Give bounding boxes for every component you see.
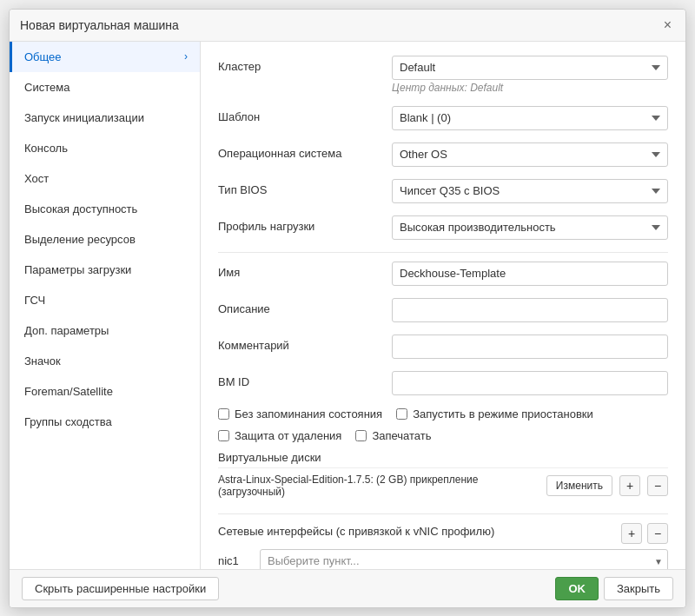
- add-nic-button[interactable]: +: [621, 523, 642, 544]
- sidebar-item-resources[interactable]: Выделение ресурсов: [10, 224, 200, 255]
- start-paused-label: Запустить в режиме приостановки: [413, 407, 593, 421]
- delete-protection-checkbox-item: Защита от удаления: [218, 429, 341, 442]
- sidebar-item-foreman[interactable]: Foreman/Satellite: [10, 376, 200, 407]
- sidebar-label-init: Запуск инициализации: [24, 111, 144, 124]
- template-label: Шаблон: [218, 106, 392, 123]
- sidebar-label-system: Система: [24, 81, 70, 94]
- os-label: Операционная система: [218, 142, 392, 160]
- cluster-select[interactable]: Default: [392, 56, 668, 80]
- sidebar-label-icon: Значок: [24, 354, 61, 368]
- description-input[interactable]: [392, 298, 668, 322]
- os-select[interactable]: Other OS: [392, 142, 668, 167]
- seal-label: Запечатать: [372, 429, 431, 442]
- sidebar-label-affinity: Группы сходства: [24, 415, 112, 428]
- hide-advanced-button[interactable]: Скрыть расширенные настройки: [22, 577, 219, 600]
- sidebar-item-extra[interactable]: Доп. параметры: [10, 315, 200, 346]
- sidebar-label-host: Хост: [24, 172, 49, 185]
- workload-select[interactable]: Высокая производительность: [392, 215, 668, 240]
- comment-label: Комментарий: [218, 334, 392, 352]
- seal-checkbox[interactable]: [355, 430, 367, 441]
- dialog-close-button[interactable]: ×: [660, 17, 675, 34]
- sidebar-item-console[interactable]: Консоль: [10, 133, 200, 163]
- dialog-header: Новая виртуальная машина ×: [10, 10, 685, 42]
- sidebar-label-extra: Доп. параметры: [24, 324, 109, 337]
- template-select[interactable]: Blank | (0): [392, 106, 668, 130]
- name-row: Имя: [218, 262, 668, 286]
- sidebar-item-rng[interactable]: ГСЧ: [10, 285, 200, 315]
- ok-button[interactable]: OK: [555, 577, 599, 600]
- sidebar-item-boot[interactable]: Параметры загрузки: [10, 255, 200, 285]
- sidebar-item-icon[interactable]: Значок: [10, 346, 200, 376]
- sidebar-label-resources: Выделение ресурсов: [24, 233, 136, 246]
- description-label: Описание: [218, 298, 392, 315]
- disk-info-text: Astra-Linux-Special-Edition-1.7.5: (2 GB…: [218, 474, 539, 498]
- sidebar-label-general: Общее: [24, 50, 62, 63]
- vmid-input[interactable]: [392, 371, 668, 395]
- sidebar-item-system[interactable]: Система: [10, 72, 200, 103]
- sidebar-item-host[interactable]: Хост: [10, 163, 200, 194]
- network-section: Сетевые интерфейсы (с привязкой к vNIC п…: [218, 523, 668, 569]
- remove-nic-button[interactable]: −: [647, 523, 668, 544]
- name-control-wrap: [392, 262, 668, 286]
- bios-select[interactable]: Чипсет Q35 с BIOS: [392, 179, 668, 203]
- sidebar-label-boot: Параметры загрузки: [24, 263, 131, 276]
- stateless-label: Без запоминания состояния: [235, 407, 382, 421]
- cluster-row: Кластер Default Центр данных: Default: [218, 56, 668, 94]
- os-row: Операционная система Other OS: [218, 142, 668, 167]
- nic-label: nic1: [218, 554, 253, 567]
- comment-input[interactable]: [392, 334, 668, 359]
- sidebar-label-ha: Высокая доступность: [24, 202, 137, 215]
- remove-disk-button[interactable]: −: [647, 475, 668, 496]
- close-footer-button[interactable]: Закрыть: [604, 577, 673, 600]
- sidebar-label-rng: ГСЧ: [24, 294, 45, 307]
- delete-protection-checkbox[interactable]: [218, 430, 229, 441]
- delete-protection-label: Защита от удаления: [235, 429, 341, 442]
- description-row: Описание: [218, 298, 668, 322]
- add-disk-button[interactable]: +: [619, 475, 640, 496]
- vmid-row: BM ID: [218, 371, 668, 395]
- start-paused-checkbox[interactable]: [396, 408, 407, 420]
- template-control-wrap: Blank | (0): [392, 106, 668, 130]
- cluster-control-wrap: Default Центр данных: Default: [392, 56, 668, 94]
- bios-row: Тип BIOS Чипсет Q35 с BIOS: [218, 179, 668, 203]
- seal-checkbox-item: Запечатать: [355, 429, 431, 442]
- description-control-wrap: [392, 298, 668, 322]
- virtual-disks-label: Виртуальные диски: [218, 451, 668, 464]
- bios-label: Тип BIOS: [218, 179, 392, 196]
- sidebar-item-ha[interactable]: Высокая доступность: [10, 194, 200, 224]
- template-row: Шаблон Blank | (0): [218, 106, 668, 130]
- change-disk-button[interactable]: Изменить: [546, 475, 612, 496]
- new-vm-dialog: Новая виртуальная машина × Общее › Систе…: [9, 9, 686, 608]
- network-label: Сетевые интерфейсы (с привязкой к vNIC п…: [218, 525, 494, 538]
- nic-row: nic1 Выберите пункт... ▼: [218, 549, 668, 569]
- sidebar-item-affinity[interactable]: Группы сходства: [10, 407, 200, 437]
- name-input[interactable]: [392, 262, 668, 286]
- dialog-title: Новая виртуальная машина: [20, 18, 179, 32]
- footer-right: OK Закрыть: [555, 577, 673, 600]
- stateless-checkbox[interactable]: [218, 408, 229, 420]
- dialog-footer: Скрыть расширенные настройки OK Закрыть: [10, 569, 685, 607]
- sidebar-label-console: Консоль: [24, 142, 68, 155]
- vmid-label: BM ID: [218, 371, 392, 388]
- nic-select[interactable]: Выберите пункт...: [260, 549, 668, 569]
- vmid-control-wrap: [392, 371, 668, 395]
- name-label: Имя: [218, 262, 392, 279]
- sidebar-item-init[interactable]: Запуск инициализации: [10, 103, 200, 133]
- checkbox-row-2: Защита от удаления Запечатать: [218, 429, 668, 442]
- sidebar: Общее › Система Запуск инициализации Кон…: [10, 42, 201, 569]
- workload-label: Профиль нагрузки: [218, 215, 392, 233]
- virtual-disks-section: Виртуальные диски Astra-Linux-Special-Ed…: [218, 451, 668, 503]
- divider-2: [218, 513, 668, 514]
- sidebar-label-foreman: Foreman/Satellite: [24, 385, 113, 398]
- cluster-label: Кластер: [218, 56, 392, 73]
- disk-row: Astra-Linux-Special-Edition-1.7.5: (2 GB…: [218, 467, 668, 503]
- checkbox-row-1: Без запоминания состояния Запустить в ре…: [218, 407, 668, 421]
- workload-control-wrap: Высокая производительность: [392, 215, 668, 240]
- nic-select-wrap: Выберите пункт... ▼: [260, 549, 668, 569]
- start-paused-checkbox-item: Запустить в режиме приостановки: [396, 407, 593, 421]
- comment-row: Комментарий: [218, 334, 668, 359]
- os-control-wrap: Other OS: [392, 142, 668, 167]
- stateless-checkbox-item: Без запоминания состояния: [218, 407, 382, 421]
- dialog-body: Общее › Система Запуск инициализации Кон…: [10, 42, 685, 569]
- sidebar-item-general[interactable]: Общее ›: [10, 42, 200, 72]
